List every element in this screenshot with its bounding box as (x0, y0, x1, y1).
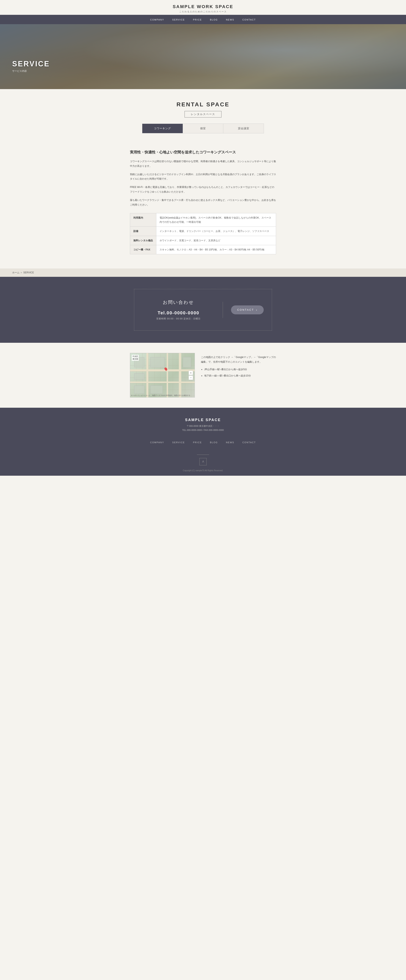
site-subtitle: こだわる人のためのこだわりのスペース (0, 10, 406, 13)
hero-title: SERVICE (12, 60, 50, 68)
table-cell-label: 利用案内 (130, 213, 156, 227)
breadcrumb-separator: ＞ (20, 271, 22, 274)
map-zoom-out[interactable]: − (189, 375, 193, 380)
footer-nav-item-price[interactable]: PRICE (193, 441, 202, 444)
map-access-item-1: 地下鉄○○線○○駅○番出口から東へ徒歩10分 (204, 374, 276, 378)
map-section: 中央区東京都 + − キーボードショートカット 地図データ ©2025 利用規約… (0, 343, 406, 408)
footer-address: 〒000-0000 東京都中央区・・・TEL.000-0000-0000 / F… (4, 424, 402, 432)
table-cell-label: 無料レンタル備品 (130, 236, 156, 245)
table-cell-value: 電話OK(web会議はイヤホン着用)、スペース内で飲食OK、複数名で会話しながら… (156, 213, 276, 227)
table-row: 無料レンタル備品ホワイトボード、充電コード、延長コード、文房具など (130, 236, 276, 245)
map-info: この地図の上で右クリック →「Googleマップ」→「Googleマップの編集」… (201, 353, 276, 382)
footer-nav-item-news[interactable]: NEWS (226, 441, 234, 444)
table-row: 利用案内電話OK(web会議はイヤホン着用)、スペース内で飲食OK、複数名で会話… (130, 213, 276, 227)
contact-divider (223, 302, 223, 318)
footer-nav-item-blog[interactable]: BLOG (210, 441, 218, 444)
scroll-top-button[interactable]: ∧ (199, 458, 207, 465)
table-cell-value: インターネット、電源、ドリンクバー（コーヒー、お茶、ジュース）、電子レンジ、ソフ… (156, 227, 276, 236)
table-cell-value: ホワイトボード、充電コード、延長コード、文房具など (156, 236, 276, 245)
footer-copyright: Copyright (C) sample70 All Rights Reserv… (4, 469, 402, 472)
footer-address-line: 〒000-0000 東京都中央区・・・ (4, 424, 402, 428)
footer-nav-item-contact[interactable]: CONTACT (242, 441, 256, 444)
footer-address-line: TEL.000-0000-0000 / FAX.000-0000-0000 (4, 428, 402, 432)
breadcrumb-current: SERVICE (23, 271, 34, 274)
map-bottom: キーボードショートカット 地図データ ©2025 利用規約 地図の誤りを報告する (131, 394, 190, 396)
map-description: この地図の上で右クリック →「Googleマップ」→「Googleマップの編集」… (201, 355, 276, 364)
footer-title: SAMPLE SPACE (4, 418, 402, 422)
breadcrumb-home: ホーム (12, 271, 19, 274)
hero-subtitle: サービス内容 (12, 69, 50, 73)
nav-item-contact[interactable]: CONTACT (242, 19, 256, 21)
site-title: SAMPLE WORK SPACE (0, 4, 406, 10)
footer-nav-item-service[interactable]: SERVICE (172, 441, 185, 444)
contact-button-label: CONTACT (237, 308, 254, 311)
contact-button[interactable]: CONTACT › (231, 305, 264, 314)
nav-item-price[interactable]: PRICE (193, 19, 202, 21)
page-breadcrumb: ホーム ＞ SERVICE (0, 269, 406, 277)
table-row: コピー機・FAXスキャン無料、モノクロ：A3・A4・B4・B5 10円/枚、カラ… (130, 245, 276, 254)
contact-heading: お問い合わせ (142, 299, 215, 305)
footer-nav: COMPANYSERVICEPRICEBLOGNEWSCONTACT (4, 438, 402, 447)
tab-group: コワーキング個室貸会議室 (142, 124, 264, 133)
rental-title-ja: レンタルスペース (185, 111, 221, 118)
content-paragraph-1: 気軽にお越しいただけるビジターでのドロップイン利用や、土日の利用が可能となる月額… (130, 172, 276, 181)
footer-nav-item-company[interactable]: COMPANY (150, 441, 164, 444)
contact-hours: 営業時間 00:00 - 00:00 定休日：日曜日 (142, 317, 215, 320)
site-header: SAMPLE WORK SPACE こだわる人のためのこだわりのスペース COM… (0, 0, 406, 24)
nav-item-company[interactable]: COMPANY (150, 19, 164, 21)
table-cell-label: 設備 (130, 227, 156, 236)
table-cell-value: スキャン無料、モノクロ：A3・A4・B4・B5 10円/枚、カラー：A3・B4 … (156, 245, 276, 254)
main-content: RENTAL SPACE レンタルスペース コワーキング個室貸会議室 実用性・快… (0, 89, 406, 408)
nav-item-blog[interactable]: BLOG (210, 19, 218, 21)
rental-title-en: RENTAL SPACE (4, 101, 402, 108)
table-row: 設備インターネット、電源、ドリンクバー（コーヒー、お茶、ジュース）、電子レンジ、… (130, 227, 276, 236)
map-label: 中央区東京都 (132, 355, 139, 361)
site-footer: SAMPLE SPACE 〒000-0000 東京都中央区・・・TEL.000-… (0, 408, 406, 476)
info-table: 利用案内電話OK(web会議はイヤホン着用)、スペース内で飲食OK、複数名で会話… (130, 213, 276, 254)
content-paragraph-0: コワーキングスペースは間仕切りのない開放的で穏やかな空間、利用者の快適さを考慮し… (130, 159, 276, 169)
table-cell-label: コピー機・FAX (130, 245, 156, 254)
contact-right: CONTACT › (231, 305, 264, 314)
tab-0[interactable]: コワーキング (142, 124, 183, 133)
content-paragraph-2: FREE Wi-Fi・各席に電源も完備しており、作業環境が整っているのはもちろん… (130, 185, 276, 194)
content-paragraph-3: 落ち着いたワークラウンジ・集中できるブース席・打ち合わせに使えるボックス席など、… (130, 198, 276, 207)
contact-section: お問い合わせ Tel.00-0000-0000 営業時間 00:00 - 00:… (0, 277, 406, 343)
main-nav: COMPANYSERVICEPRICEBLOGNEWSCONTACT (0, 15, 406, 24)
content-area: 実用性・快適性・心地よい空間を追求したコワーキングスペース コワーキングスペース… (126, 150, 280, 269)
map-access-item-0: JR山手線○○駅○番出口から南へ徒歩5分 (204, 367, 276, 372)
map-zoom-in[interactable]: + (189, 371, 193, 375)
nav-item-news[interactable]: NEWS (226, 19, 234, 21)
tab-2[interactable]: 貸会議室 (223, 124, 264, 133)
contact-tel: Tel.00-0000-0000 (142, 310, 215, 316)
rental-section: RENTAL SPACE レンタルスペース コワーキング個室貸会議室 (0, 89, 406, 150)
content-heading: 実用性・快適性・心地よい空間を追求したコワーキングスペース (130, 150, 276, 155)
map-access-list: JR山手線○○駅○番出口から南へ徒歩5分地下鉄○○線○○駅○番出口から東へ徒歩1… (201, 367, 276, 378)
contact-button-arrow: › (256, 308, 258, 312)
nav-item-service[interactable]: SERVICE (172, 19, 185, 21)
map-controls: + − (189, 371, 193, 380)
contact-left: お問い合わせ Tel.00-0000-0000 営業時間 00:00 - 00:… (142, 299, 215, 320)
hero-section: SERVICE サービス内容 (0, 24, 406, 89)
map-placeholder: 中央区東京都 + − キーボードショートカット 地図データ ©2025 利用規約… (130, 353, 195, 398)
tab-1[interactable]: 個室 (183, 124, 223, 133)
